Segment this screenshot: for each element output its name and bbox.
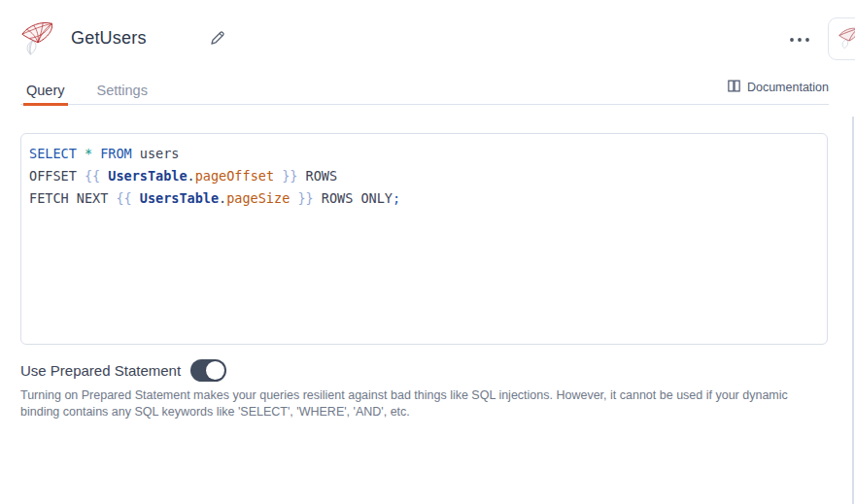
pencil-icon bbox=[208, 29, 226, 50]
tab-settings[interactable]: Settings bbox=[94, 68, 151, 105]
prepared-statement-label: Use Prepared Statement bbox=[20, 362, 181, 379]
query-editor-panel: GetUsers bbox=[0, 0, 855, 504]
tabs: Query Settings bbox=[23, 68, 151, 104]
sql-server-logo-icon bbox=[19, 19, 56, 56]
open-book-icon bbox=[727, 79, 741, 96]
documentation-link[interactable]: Documentation bbox=[727, 79, 829, 96]
resource-selector-button[interactable] bbox=[828, 17, 855, 60]
tab-query[interactable]: Query bbox=[23, 68, 68, 105]
ellipsis-icon bbox=[788, 32, 811, 47]
sql-server-logo-icon bbox=[838, 26, 855, 52]
code-line: SELECT * FROM users bbox=[29, 143, 819, 165]
tab-query-label: Query bbox=[26, 83, 65, 98]
code-content: SELECT * FROM usersOFFSET {{ UsersTable.… bbox=[29, 143, 819, 210]
toggle-knob bbox=[206, 361, 224, 380]
prepared-statement-row: Use Prepared Statement bbox=[20, 359, 226, 382]
more-options-button[interactable] bbox=[785, 29, 814, 49]
query-title: GetUsers bbox=[71, 28, 147, 49]
code-line: OFFSET {{ UsersTable.pageOffset }} ROWS bbox=[29, 165, 819, 187]
edit-title-button[interactable] bbox=[205, 29, 228, 50]
tab-settings-label: Settings bbox=[97, 83, 148, 98]
documentation-label: Documentation bbox=[747, 81, 829, 94]
prepared-statement-toggle[interactable] bbox=[190, 359, 226, 382]
prepared-statement-help-text: Turning on Prepared Statement makes your… bbox=[20, 387, 813, 420]
tab-bar: Query Settings Documentation bbox=[20, 68, 829, 105]
code-line: FETCH NEXT {{ UsersTable.pageSize }} ROW… bbox=[29, 187, 819, 210]
panel-divider bbox=[852, 117, 854, 504]
sql-code-editor[interactable]: SELECT * FROM usersOFFSET {{ UsersTable.… bbox=[20, 133, 828, 345]
